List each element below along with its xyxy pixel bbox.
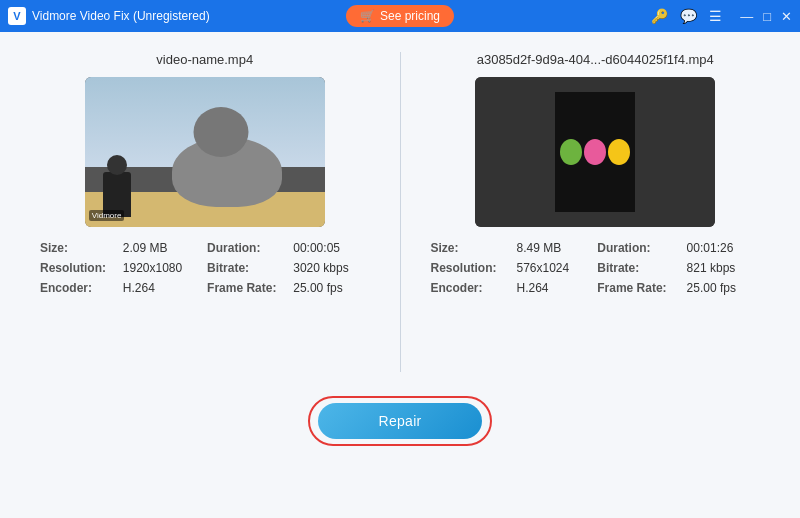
- right-framerate-label: Frame Rate:: [597, 281, 682, 295]
- right-bitrate-label: Bitrate:: [597, 261, 682, 275]
- right-video-thumbnail: [475, 77, 715, 227]
- right-panel: a3085d2f-9d9a-404...-d6044025f1f4.mp4 Si…: [421, 52, 771, 295]
- maximize-button[interactable]: □: [763, 10, 771, 23]
- chat-icon[interactable]: 💬: [680, 8, 697, 24]
- key-icon[interactable]: 🔑: [651, 8, 668, 24]
- right-encoder-label: Encoder:: [431, 281, 513, 295]
- left-size-value: 2.09 MB: [123, 241, 195, 255]
- birds-bg: [475, 77, 715, 227]
- titlebar: V Vidmore Video Fix (Unregistered) 🛒 See…: [0, 0, 800, 32]
- right-panel-title: a3085d2f-9d9a-404...-d6044025f1f4.mp4: [477, 52, 714, 67]
- see-pricing-button[interactable]: 🛒 See pricing: [346, 5, 454, 27]
- left-video-thumbnail: Vidmore: [85, 77, 325, 227]
- seal-head: [193, 107, 248, 157]
- right-resolution-label: Resolution:: [431, 261, 513, 275]
- titlebar-left: V Vidmore Video Fix (Unregistered): [8, 7, 210, 25]
- right-resolution-value: 576x1024: [517, 261, 586, 275]
- titlebar-center: 🛒 See pricing: [346, 5, 454, 27]
- right-duration-value: 00:01:26: [687, 241, 752, 255]
- bird-pink: [584, 139, 606, 165]
- bird-yellow: [608, 139, 630, 165]
- panel-divider: [400, 52, 401, 372]
- left-panel: video-name.mp4 Vidmore Size: 2.09 MB Dur…: [30, 52, 380, 295]
- main-content: video-name.mp4 Vidmore Size: 2.09 MB Dur…: [0, 32, 800, 518]
- menu-icon[interactable]: ☰: [709, 8, 722, 24]
- left-size-label: Size:: [40, 241, 119, 255]
- minimize-button[interactable]: —: [740, 10, 753, 23]
- right-size-value: 8.49 MB: [517, 241, 586, 255]
- titlebar-title: Vidmore Video Fix (Unregistered): [32, 9, 210, 23]
- birds-content: [560, 139, 630, 165]
- right-framerate-value: 25.00 fps: [687, 281, 752, 295]
- left-framerate-value: 25.00 fps: [293, 281, 361, 295]
- left-info-grid: Size: 2.09 MB Duration: 00:00:05 Resolut…: [30, 241, 380, 295]
- watermark: Vidmore: [89, 210, 125, 221]
- left-resolution-label: Resolution:: [40, 261, 119, 275]
- person-head: [107, 155, 127, 175]
- right-size-label: Size:: [431, 241, 513, 255]
- window-controls: — □ ✕: [740, 10, 792, 23]
- bird-green: [560, 139, 582, 165]
- left-duration-value: 00:00:05: [293, 241, 361, 255]
- right-bitrate-value: 821 kbps: [687, 261, 752, 275]
- close-button[interactable]: ✕: [781, 10, 792, 23]
- left-encoder-label: Encoder:: [40, 281, 119, 295]
- left-framerate-label: Frame Rate:: [207, 281, 289, 295]
- left-duration-label: Duration:: [207, 241, 289, 255]
- right-encoder-value: H.264: [517, 281, 586, 295]
- right-info-grid: Size: 8.49 MB Duration: 00:01:26 Resolut…: [421, 241, 771, 295]
- left-bitrate-value: 3020 kbps: [293, 261, 361, 275]
- left-resolution-value: 1920x1080: [123, 261, 195, 275]
- left-encoder-value: H.264: [123, 281, 195, 295]
- right-duration-label: Duration:: [597, 241, 682, 255]
- repair-btn-outline: Repair: [308, 396, 491, 446]
- panels-container: video-name.mp4 Vidmore Size: 2.09 MB Dur…: [30, 52, 770, 372]
- app-icon: V: [8, 7, 26, 25]
- left-panel-title: video-name.mp4: [156, 52, 253, 67]
- birds-inner: [555, 92, 635, 212]
- repair-button[interactable]: Repair: [318, 403, 481, 439]
- repair-area: Repair: [308, 396, 491, 446]
- titlebar-right: 🔑 💬 ☰ — □ ✕: [651, 8, 792, 24]
- left-bitrate-label: Bitrate:: [207, 261, 289, 275]
- cart-icon: 🛒: [360, 9, 375, 23]
